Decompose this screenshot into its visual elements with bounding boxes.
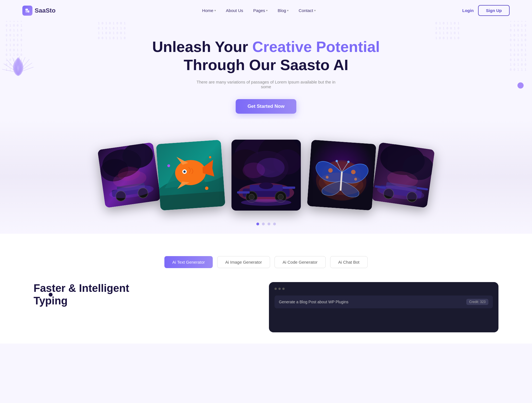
carousel-dot-4[interactable] (273, 223, 276, 225)
carousel-track (0, 136, 532, 214)
svg-point-26 (243, 163, 265, 178)
svg-point-31 (259, 182, 273, 189)
svg-rect-37 (283, 187, 295, 189)
nav-item-about[interactable]: About Us (226, 8, 243, 13)
chat-dot-1 (275, 288, 277, 290)
chat-prompt-row: Generate a Blog Post about WP Plugins Cr… (275, 295, 493, 308)
carousel-section (0, 119, 532, 234)
hero-title: Unleash Your Creative Potential Through … (22, 38, 510, 74)
carousel-dot-1[interactable] (256, 223, 259, 225)
login-button[interactable]: Login (462, 8, 474, 13)
purple-dot-decoration (517, 82, 524, 89)
features-bottom: Faster & Intelligent Typing Generate a B… (34, 282, 498, 332)
signup-button[interactable]: Sign Up (478, 5, 510, 16)
carousel-dot-2[interactable] (262, 223, 265, 225)
typing-wrapper: Typing (34, 295, 68, 307)
svg-point-38 (241, 199, 291, 206)
nav-actions: Login Sign Up (462, 5, 510, 16)
carousel-dots (0, 223, 532, 225)
chat-prompt-text: Generate a Blog Post about WP Plugins (279, 300, 349, 304)
carousel-card-far-left[interactable] (97, 142, 161, 208)
carousel-card-center[interactable] (231, 140, 301, 211)
chat-dot-3 (282, 288, 285, 290)
chevron-down-icon: ▾ (266, 9, 268, 12)
logo[interactable]: SaaSto (22, 6, 56, 16)
hero-title-accent: Creative Potential (252, 38, 380, 55)
chat-credit: Credit: 323 (466, 299, 488, 305)
navbar: SaaSto Home ▾ About Us Pages ▾ Blog ▾ (0, 0, 532, 21)
hero-subtitle: There are many variations of passages of… (196, 80, 336, 89)
hero-section: 1 0 1 1 0 0 1 0 0 1 1 0 1 1 0 0 0 1 0 1 … (0, 21, 532, 119)
chat-header (275, 288, 493, 290)
hero-content: Unleash Your Creative Potential Through … (22, 38, 510, 114)
nav-link-blog[interactable]: Blog ▾ (278, 8, 289, 13)
binary-right: 0 1 1 0 1 1 0 0 1 0 0 1 0 1 1 1 0 1 0 0 … (510, 21, 526, 72)
logo-icon (22, 6, 32, 16)
nav-item-home[interactable]: Home ▾ (202, 8, 216, 13)
features-section: Ai Text Generator Ai Image Generator Ai … (0, 234, 532, 344)
nav-item-pages[interactable]: Pages ▾ (253, 8, 268, 13)
features-tabs: Ai Text Generator Ai Image Generator Ai … (34, 256, 498, 268)
brand-name: SaaSto (35, 7, 56, 14)
nav-item-blog[interactable]: Blog ▾ (278, 8, 289, 13)
nav-item-contact[interactable]: Contact ▾ (299, 8, 316, 13)
tab-ai-chat-bot[interactable]: Ai Chat Bot (330, 256, 368, 268)
hero-title-part2: Through Our Saasto AI (184, 56, 348, 73)
chevron-down-icon: ▾ (287, 9, 289, 12)
tab-ai-image-generator[interactable]: Ai Image Generator (217, 256, 270, 268)
nav-link-pages[interactable]: Pages ▾ (253, 8, 268, 13)
chevron-down-icon: ▾ (314, 9, 316, 12)
features-chat-panel: Generate a Blog Post about WP Plugins Cr… (269, 282, 499, 332)
tab-ai-code-generator[interactable]: Ai Code Generator (275, 256, 326, 268)
chevron-down-icon: ▾ (214, 9, 216, 12)
svg-point-34 (249, 194, 254, 200)
typing-indicator (49, 293, 53, 297)
nav-links: Home ▾ About Us Pages ▾ Blog ▾ Contact ▾ (202, 8, 316, 13)
svg-rect-36 (237, 191, 250, 194)
carousel-card-left[interactable] (156, 140, 225, 211)
hero-title-part1: Unleash Your (152, 38, 252, 55)
carousel-card-far-right[interactable] (371, 142, 435, 208)
carousel-dot-3[interactable] (268, 223, 270, 225)
carousel-card-right[interactable] (307, 140, 376, 211)
features-left: Faster & Intelligent Typing (34, 282, 252, 313)
features-heading: Faster & Intelligent Typing (34, 282, 252, 307)
get-started-button[interactable]: Get Started Now (236, 99, 296, 114)
nav-link-contact[interactable]: Contact ▾ (299, 8, 316, 13)
tab-ai-text-generator[interactable]: Ai Text Generator (164, 256, 212, 268)
nav-link-about[interactable]: About Us (226, 8, 243, 13)
chat-dot-2 (278, 288, 281, 290)
svg-point-35 (278, 194, 283, 200)
nav-link-home[interactable]: Home ▾ (202, 8, 216, 13)
